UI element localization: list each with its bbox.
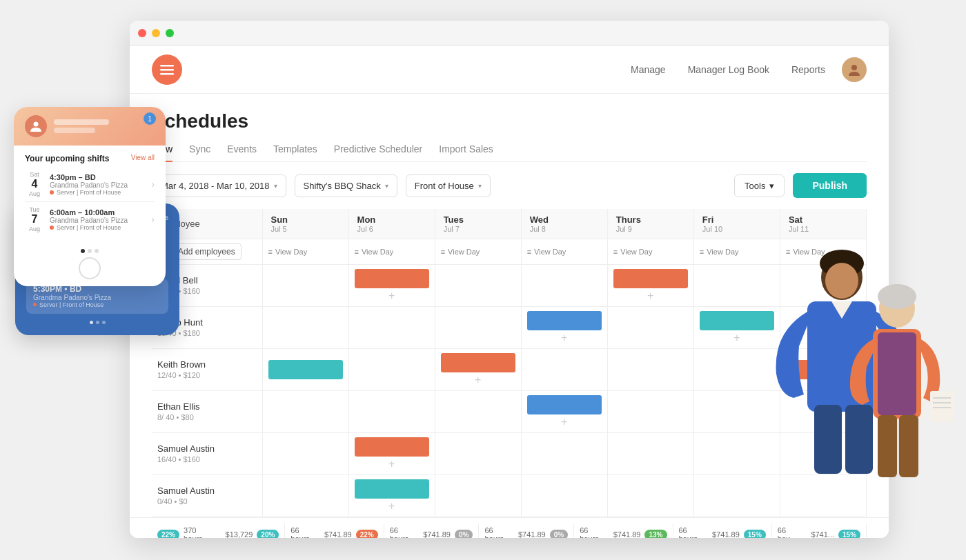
svg-rect-0 bbox=[160, 65, 174, 67]
employee-name: Ethan Ellis8/ 40 • $80 bbox=[152, 391, 262, 433]
cell-thurs[interactable] bbox=[607, 349, 693, 391]
stat-mon: 66 hours $741.89 0% bbox=[384, 523, 480, 538]
department-select[interactable]: Front of House ▾ bbox=[406, 174, 491, 197]
add-shift-button[interactable]: + bbox=[355, 290, 429, 302]
employee-name: Keith Brown12/40 • $120 bbox=[152, 349, 262, 391]
cell-wed[interactable]: + bbox=[521, 391, 607, 433]
minimize-dot[interactable] bbox=[152, 29, 160, 37]
cell-thurs[interactable] bbox=[607, 475, 693, 517]
chevron-down-icon: ▾ bbox=[478, 182, 482, 190]
cell-thurs[interactable]: + bbox=[607, 265, 693, 307]
svg-rect-17 bbox=[930, 391, 954, 422]
cell-tues[interactable] bbox=[435, 265, 521, 307]
cell-mon[interactable] bbox=[348, 349, 435, 391]
mobile-avatar bbox=[25, 115, 47, 137]
cell-wed[interactable] bbox=[521, 265, 607, 307]
view-day-wed[interactable]: ≡ View Day bbox=[527, 248, 602, 256]
shift-block[interactable] bbox=[355, 269, 429, 288]
cell-mon[interactable] bbox=[348, 307, 435, 349]
add-shift-button[interactable]: + bbox=[355, 458, 429, 470]
nav-log-book[interactable]: Manager Log Book bbox=[688, 64, 769, 75]
home-button[interactable] bbox=[14, 257, 166, 286]
cell-tues[interactable] bbox=[435, 391, 521, 433]
cell-sun[interactable] bbox=[262, 307, 348, 349]
svg-rect-1 bbox=[160, 69, 174, 71]
svg-point-3 bbox=[851, 65, 857, 70]
svg-rect-11 bbox=[845, 405, 873, 474]
date-range-select[interactable]: Mar 4, 2018 - Mar 10, 2018 ▾ bbox=[152, 174, 286, 197]
day-header-wed: WedJul 8 bbox=[521, 209, 607, 239]
day-header-sun: SunJul 5 bbox=[262, 209, 348, 239]
tab-sync[interactable]: Sync bbox=[189, 143, 210, 161]
view-day-sun[interactable]: ≡ View Day bbox=[268, 248, 343, 256]
cell-thurs[interactable] bbox=[607, 307, 693, 349]
stat-wed: 66 hours $741.89 13% bbox=[574, 523, 673, 538]
location-select[interactable]: Shifty's BBQ Shack ▾ bbox=[295, 174, 397, 197]
mobile-header-lines bbox=[54, 119, 155, 133]
stat-tues: 66 hours $741.89 0% bbox=[479, 523, 574, 538]
day-header-thurs: ThursJul 9 bbox=[607, 209, 693, 239]
cell-tues[interactable] bbox=[435, 475, 521, 517]
svg-rect-16 bbox=[878, 332, 916, 415]
cell-sun[interactable] bbox=[262, 349, 348, 391]
add-shift-button[interactable]: + bbox=[527, 416, 602, 428]
chevron-right-icon: › bbox=[151, 179, 155, 190]
tab-templates[interactable]: Templates bbox=[273, 143, 317, 161]
nav-links: Manage Manager Log Book Reports bbox=[631, 64, 825, 75]
close-dot[interactable] bbox=[138, 29, 146, 37]
tab-import-sales[interactable]: Import Sales bbox=[439, 143, 493, 161]
view-day-mon[interactable]: ≡ View Day bbox=[355, 248, 429, 256]
shift-details: 4:30pm – BD Grandma Padano's Pizza Serve… bbox=[50, 173, 146, 196]
tab-events[interactable]: Events bbox=[227, 143, 257, 161]
cell-wed[interactable] bbox=[521, 349, 607, 391]
cell-sun[interactable] bbox=[262, 265, 348, 307]
cell-wed[interactable] bbox=[521, 433, 607, 475]
nav-reports[interactable]: Reports bbox=[791, 64, 825, 75]
svg-point-14 bbox=[878, 284, 916, 309]
shift-block[interactable] bbox=[527, 311, 602, 330]
chevron-right-icon: › bbox=[151, 214, 155, 225]
cell-thurs[interactable] bbox=[607, 433, 693, 475]
cell-sun[interactable] bbox=[262, 433, 348, 475]
shift-block[interactable] bbox=[527, 395, 602, 414]
app-logo bbox=[152, 54, 182, 85]
shift-block[interactable] bbox=[268, 360, 343, 379]
cell-mon[interactable] bbox=[348, 391, 435, 433]
nav-manage[interactable]: Manage bbox=[631, 64, 666, 75]
cell-wed[interactable]: + bbox=[521, 307, 607, 349]
shift-block[interactable] bbox=[441, 353, 515, 372]
browser-titlebar bbox=[130, 21, 889, 46]
cell-tues[interactable] bbox=[435, 433, 521, 475]
shift-item: Tue 7 Aug 6:00am – 10:00am Grandma Padan… bbox=[25, 202, 155, 237]
cell-mon[interactable]: + bbox=[348, 433, 435, 475]
maximize-dot[interactable] bbox=[166, 29, 174, 37]
cell-wed[interactable] bbox=[521, 475, 607, 517]
add-shift-button[interactable]: + bbox=[355, 500, 429, 512]
view-day-thurs[interactable]: ≡ View Day bbox=[613, 248, 688, 256]
cell-mon[interactable]: + bbox=[348, 475, 435, 517]
shift-block[interactable] bbox=[613, 269, 688, 288]
cell-mon[interactable]: + bbox=[348, 265, 435, 307]
cell-sun[interactable] bbox=[262, 475, 348, 517]
tab-bar: View Sync Events Templates Predictive Sc… bbox=[152, 143, 867, 162]
tab-predictive-scheduler[interactable]: Predictive Scheduler bbox=[334, 143, 422, 161]
view-all-link[interactable]: View all bbox=[131, 154, 155, 161]
page-content: Schedules View Sync Events Templates Pre… bbox=[130, 94, 889, 162]
cell-tues[interactable]: + bbox=[435, 349, 521, 391]
stat-total: 22% 370 hours $13,729 20% bbox=[152, 523, 285, 538]
add-shift-button[interactable]: + bbox=[441, 374, 515, 386]
tools-button[interactable]: Tools ▾ bbox=[734, 174, 785, 197]
publish-button[interactable]: Publish bbox=[793, 173, 867, 198]
cell-tues[interactable] bbox=[435, 307, 521, 349]
view-day-tues[interactable]: ≡ View Day bbox=[441, 248, 515, 256]
shift-details: 6:00am – 10:00am Grandma Padano's Pizza … bbox=[50, 208, 146, 231]
user-avatar[interactable] bbox=[842, 57, 867, 82]
add-shift-button[interactable]: + bbox=[527, 332, 602, 344]
add-shift-button[interactable]: + bbox=[613, 290, 688, 302]
stat-sun: 66 hours $741.89 22% bbox=[285, 523, 384, 538]
mobile-card: 1 Your upcoming shifts View all Sat 4 Au… bbox=[14, 107, 166, 286]
shift-block[interactable] bbox=[355, 437, 429, 457]
cell-thurs[interactable] bbox=[607, 391, 693, 433]
cell-sun[interactable] bbox=[262, 391, 348, 433]
shift-block[interactable] bbox=[355, 479, 429, 499]
